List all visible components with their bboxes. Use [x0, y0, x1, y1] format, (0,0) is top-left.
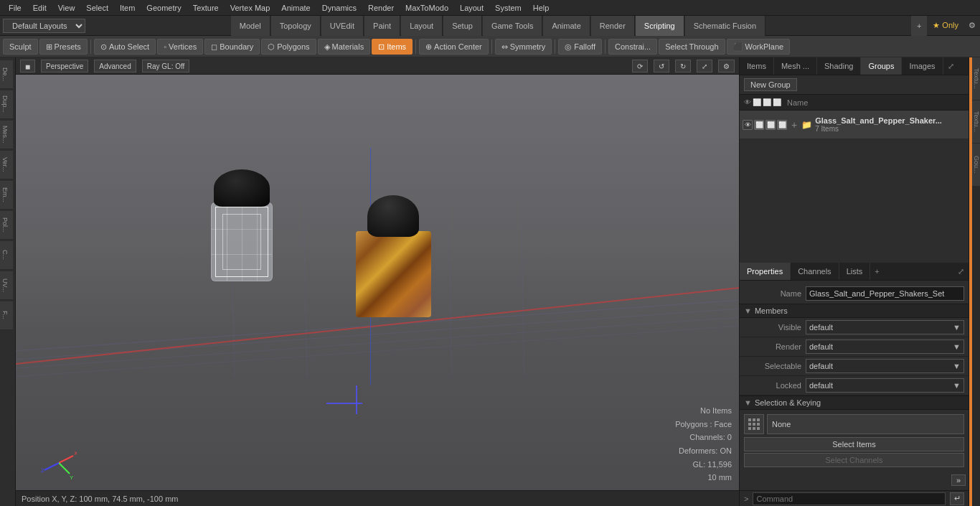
menu-item-file[interactable]: File: [3, 0, 27, 16]
layout-tab-topology[interactable]: Topology: [271, 16, 321, 36]
menu-item-help[interactable]: Help: [527, 0, 555, 16]
boundary-button[interactable]: ◻ Boundary: [204, 39, 260, 55]
items-button[interactable]: ⊡ Items: [372, 39, 413, 55]
rpanel-top-tab-items[interactable]: Items: [740, 57, 774, 75]
layout-tab-model[interactable]: Model: [231, 16, 270, 36]
layout-tab-setup[interactable]: Setup: [443, 16, 482, 36]
layout-tab-render[interactable]: Render: [591, 16, 635, 36]
workplane-button[interactable]: ⬛ WorkPlane: [727, 39, 791, 55]
selectable-dropdown[interactable]: default ▼: [806, 359, 964, 373]
props-expand-button[interactable]: ⤢: [953, 267, 969, 276]
layout-tab-schematic-fusion[interactable]: Schematic Fusion: [685, 16, 765, 36]
layout-tab-layout[interactable]: Layout: [401, 16, 443, 36]
menu-item-layout[interactable]: Layout: [454, 0, 489, 16]
left-sidebar-tab-de[interactable]: De...: [0, 60, 13, 89]
props-tab-lists[interactable]: Lists: [839, 263, 871, 280]
rpanel-top-tab-images[interactable]: Images: [902, 57, 943, 75]
layout-dropdown[interactable]: Default Layouts: [3, 19, 85, 33]
settings-button[interactable]: ⚙: [964, 21, 980, 30]
command-enter-button[interactable]: ↵: [950, 492, 964, 505]
viewport[interactable]: ◼ Perspective Advanced Ray GL: Off ⟳ ↺ ↻…: [16, 57, 739, 506]
materials-button[interactable]: ◈ Materials: [318, 39, 371, 55]
layout-tab-uvedit[interactable]: UVEdit: [321, 16, 364, 36]
name-input[interactable]: [806, 286, 964, 301]
menu-item-system[interactable]: System: [489, 0, 527, 16]
rpanel-top-tab-groups[interactable]: Groups: [861, 57, 902, 75]
render-btn[interactable]: ⬜: [754, 120, 764, 130]
vertices-button[interactable]: ◦ Vertices: [157, 39, 203, 55]
menu-item-item[interactable]: Item: [114, 0, 141, 16]
left-sidebar-tab-dup[interactable]: Dup...: [0, 90, 13, 119]
left-sidebar-tab-c[interactable]: C...: [0, 241, 13, 270]
polygons-button[interactable]: ⬡ Polygons: [261, 39, 316, 55]
menu-item-select[interactable]: Select: [80, 0, 114, 16]
sculpt-button[interactable]: Sculpt: [3, 39, 38, 55]
raygl-btn[interactable]: Ray GL: Off: [142, 60, 190, 72]
left-sidebar-tab-uv[interactable]: UV...: [0, 271, 13, 300]
members-label: Members: [755, 306, 788, 315]
action-center-button[interactable]: ⊕ Action Center: [419, 39, 489, 55]
rpanel-top-tab-add[interactable]: ⤢: [943, 57, 958, 75]
layout-tab-game-tools[interactable]: Game Tools: [483, 16, 543, 36]
visibility-btn[interactable]: 👁: [743, 120, 753, 130]
select-items-button[interactable]: Select Items: [744, 437, 964, 451]
left-sidebar-tab-ver[interactable]: Ver...: [0, 151, 13, 179]
group-item-content: 📁 Glass_Salt_and_Pepper_Shaker... 7 Item…: [801, 116, 966, 133]
left-sidebar-tab-em[interactable]: Em...: [0, 181, 13, 210]
left-sidebar-tab-pol[interactable]: Pol...: [0, 211, 13, 240]
render-dropdown[interactable]: default ▼: [806, 339, 964, 354]
menu-item-animate[interactable]: Animate: [275, 0, 316, 16]
props-tab-channels[interactable]: Channels: [791, 263, 839, 280]
menu-item-vertex map[interactable]: Vertex Map: [225, 0, 276, 16]
vp-settings-btn[interactable]: ⚙: [718, 60, 735, 72]
svg-rect-6: [748, 418, 751, 421]
layout-tab-add[interactable]: +: [911, 16, 927, 36]
viewport-canvas[interactable]: X Y Z No Items Polygons : Face Channels:…: [16, 75, 739, 506]
expand-group-btn[interactable]: +: [790, 119, 798, 131]
vp-undo-btn[interactable]: ↺: [654, 60, 669, 72]
menu-item-texture[interactable]: Texture: [187, 0, 225, 16]
menu-item-edit[interactable]: Edit: [27, 0, 52, 16]
menu-item-maxtomodo[interactable]: MaxToModo: [400, 0, 454, 16]
menu-item-view[interactable]: View: [52, 0, 81, 16]
locked-dropdown[interactable]: default ▼: [806, 378, 964, 393]
keying-none-label: None: [767, 414, 964, 434]
constraints-button[interactable]: Constrai...: [608, 39, 657, 55]
selection-keying-header[interactable]: ▼ Selection & Keying: [740, 395, 969, 410]
presets-button[interactable]: ⊞ Presets: [39, 39, 88, 55]
rpanel-top-tab-shading[interactable]: Shading: [817, 57, 861, 75]
left-sidebar-tab-mes[interactable]: Mes...: [0, 121, 13, 149]
menu-item-render[interactable]: Render: [362, 0, 400, 16]
group-item-text: Glass_Salt_and_Pepper_Shaker... 7 Items: [815, 116, 942, 133]
vp-rotate-btn[interactable]: ⟳: [632, 60, 648, 72]
command-input[interactable]: [753, 492, 946, 505]
cam-btn[interactable]: ⬜: [765, 120, 776, 130]
group-list-item[interactable]: 👁 ⬜ ⬜ ⬜ + 📁 Glass_Salt_and_Pepper_Shaker…: [740, 111, 969, 139]
vp-redo-btn[interactable]: ↻: [675, 60, 691, 72]
members-section-header[interactable]: ▼ Members: [740, 304, 969, 318]
select-channels-button[interactable]: Select Channels: [744, 453, 964, 467]
vp-expand-btn[interactable]: ⤢: [697, 60, 712, 72]
symmetry-button[interactable]: ⇔ Symmetry: [495, 39, 552, 55]
expand-arrow-button[interactable]: »: [951, 474, 966, 486]
layout-tab-scripting[interactable]: Scripting: [636, 16, 684, 36]
perspective-btn[interactable]: Perspective: [41, 60, 88, 72]
visible-dropdown[interactable]: default ▼: [806, 320, 964, 334]
new-group-button[interactable]: New Group: [744, 78, 797, 91]
menu-item-geometry[interactable]: Geometry: [141, 0, 187, 16]
left-sidebar-tab-f[interactable]: F...: [0, 301, 13, 330]
menu-item-dynamics[interactable]: Dynamics: [316, 0, 362, 16]
props-tab-properties[interactable]: Properties: [740, 263, 791, 280]
svg-line-1: [59, 463, 70, 474]
auto-select-button[interactable]: ⊙ Auto Select: [94, 39, 156, 55]
lock-btn[interactable]: ⬜: [777, 120, 787, 130]
layout-tab-paint[interactable]: Paint: [364, 16, 400, 36]
props-tab-add[interactable]: +: [870, 263, 883, 280]
select-through-button[interactable]: Select Through: [659, 39, 725, 55]
layout-tab-animate[interactable]: Animate: [543, 16, 590, 36]
advanced-btn[interactable]: Advanced: [94, 60, 136, 72]
selection-keying-label: Selection & Keying: [755, 398, 821, 407]
rpanel-top-tab-mesh-[interactable]: Mesh ...: [774, 57, 817, 75]
falloff-button[interactable]: ◎ Falloff: [558, 39, 602, 55]
viewport-mode-btn[interactable]: ◼: [20, 60, 35, 72]
